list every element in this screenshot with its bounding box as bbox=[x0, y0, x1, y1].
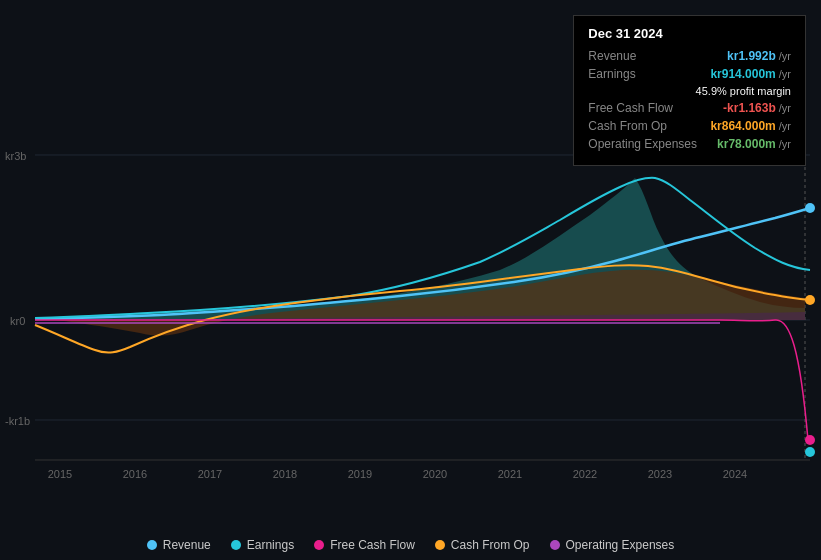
tooltip-revenue-label: Revenue bbox=[588, 49, 636, 63]
legend-fcf[interactable]: Free Cash Flow bbox=[314, 538, 415, 552]
svg-text:kr0: kr0 bbox=[10, 315, 25, 327]
svg-text:2018: 2018 bbox=[273, 468, 297, 480]
svg-text:2021: 2021 bbox=[498, 468, 522, 480]
legend-fcf-dot bbox=[314, 540, 324, 550]
svg-point-11 bbox=[805, 435, 815, 445]
legend-revenue[interactable]: Revenue bbox=[147, 538, 211, 552]
legend-opex-label: Operating Expenses bbox=[566, 538, 675, 552]
legend-fcf-label: Free Cash Flow bbox=[330, 538, 415, 552]
tooltip-fcf-value: -kr1.163b/yr bbox=[723, 101, 791, 115]
svg-text:2019: 2019 bbox=[348, 468, 372, 480]
legend-opex-dot bbox=[550, 540, 560, 550]
legend-revenue-label: Revenue bbox=[163, 538, 211, 552]
legend-earnings-label: Earnings bbox=[247, 538, 294, 552]
tooltip-cfo-label: Cash From Op bbox=[588, 119, 667, 133]
tooltip-cfo-value: kr864.000m/yr bbox=[710, 119, 791, 133]
tooltip-margin-text: 45.9% profit margin bbox=[696, 85, 791, 97]
legend-cfo[interactable]: Cash From Op bbox=[435, 538, 530, 552]
svg-point-8 bbox=[805, 295, 815, 305]
legend-cfo-label: Cash From Op bbox=[451, 538, 530, 552]
tooltip-revenue-value: kr1.992b/yr bbox=[727, 49, 791, 63]
legend-cfo-dot bbox=[435, 540, 445, 550]
svg-point-10 bbox=[805, 447, 815, 457]
tooltip-opex-label: Operating Expenses bbox=[588, 137, 697, 151]
tooltip-cfo-row: Cash From Op kr864.000m/yr bbox=[588, 119, 791, 133]
tooltip-earnings-label: Earnings bbox=[588, 67, 635, 81]
svg-text:2016: 2016 bbox=[123, 468, 147, 480]
chart-legend: Revenue Earnings Free Cash Flow Cash Fro… bbox=[0, 538, 821, 552]
tooltip-fcf-row: Free Cash Flow -kr1.163b/yr bbox=[588, 101, 791, 115]
svg-point-7 bbox=[805, 203, 815, 213]
svg-text:2017: 2017 bbox=[198, 468, 222, 480]
tooltip-earnings-value: kr914.000m/yr bbox=[710, 67, 791, 81]
tooltip-revenue-row: Revenue kr1.992b/yr bbox=[588, 49, 791, 63]
svg-text:2022: 2022 bbox=[573, 468, 597, 480]
legend-earnings[interactable]: Earnings bbox=[231, 538, 294, 552]
tooltip-date: Dec 31 2024 bbox=[588, 26, 791, 41]
legend-opex[interactable]: Operating Expenses bbox=[550, 538, 675, 552]
tooltip-opex-value: kr78.000m/yr bbox=[717, 137, 791, 151]
legend-revenue-dot bbox=[147, 540, 157, 550]
svg-text:kr3b: kr3b bbox=[5, 150, 26, 162]
tooltip-fcf-label: Free Cash Flow bbox=[588, 101, 673, 115]
tooltip-opex-row: Operating Expenses kr78.000m/yr bbox=[588, 137, 791, 151]
svg-text:2024: 2024 bbox=[723, 468, 747, 480]
tooltip-earnings-row: Earnings kr914.000m/yr bbox=[588, 67, 791, 81]
legend-earnings-dot bbox=[231, 540, 241, 550]
data-tooltip: Dec 31 2024 Revenue kr1.992b/yr Earnings… bbox=[573, 15, 806, 166]
svg-text:-kr1b: -kr1b bbox=[5, 415, 30, 427]
tooltip-margin-row: 45.9% profit margin bbox=[588, 85, 791, 97]
svg-text:2020: 2020 bbox=[423, 468, 447, 480]
svg-text:2015: 2015 bbox=[48, 468, 72, 480]
svg-text:2023: 2023 bbox=[648, 468, 672, 480]
